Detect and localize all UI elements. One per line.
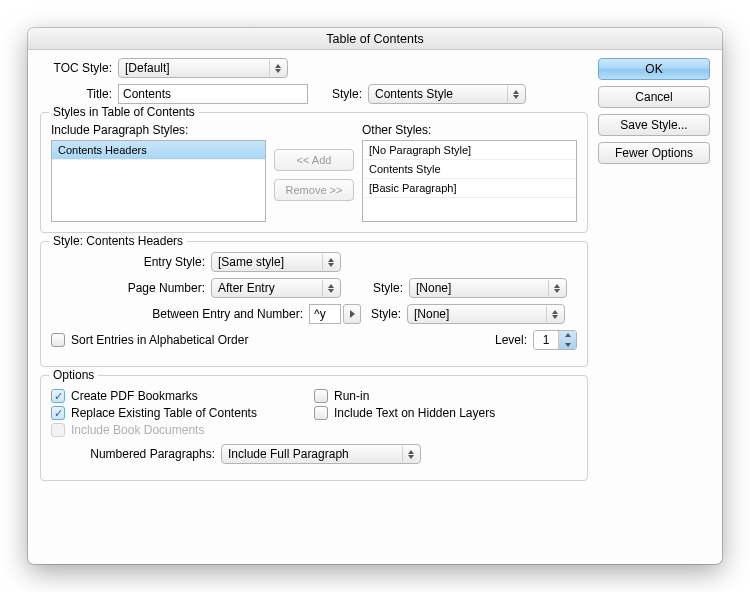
page-number-style-value: [None]: [416, 281, 451, 295]
title-style-value: Contents Style: [375, 87, 453, 101]
list-item[interactable]: [No Paragraph Style]: [363, 141, 576, 160]
include-styles-list[interactable]: Contents Headers: [51, 140, 266, 222]
updown-icon: [546, 306, 562, 322]
updown-icon: [548, 280, 564, 296]
level-input[interactable]: [534, 331, 558, 349]
remove-button[interactable]: Remove >>: [274, 179, 354, 201]
page-number-select[interactable]: After Entry: [211, 278, 341, 298]
special-chars-button[interactable]: [343, 304, 361, 324]
entry-style-label: Entry Style:: [51, 255, 211, 269]
sort-checkbox[interactable]: Sort Entries in Alphabetical Order: [51, 333, 248, 347]
run-in-label: Run-in: [334, 389, 369, 403]
fewer-options-button[interactable]: Fewer Options: [598, 142, 710, 164]
level-label: Level:: [483, 333, 533, 347]
include-hidden-checkbox[interactable]: Include Text on Hidden Layers: [314, 406, 577, 420]
include-styles-label: Include Paragraph Styles:: [51, 123, 266, 137]
ok-button[interactable]: OK: [598, 58, 710, 80]
toc-style-select[interactable]: [Default]: [118, 58, 288, 78]
page-number-label: Page Number:: [51, 281, 211, 295]
checkbox-icon: [51, 333, 65, 347]
entry-style-select[interactable]: [Same style]: [211, 252, 341, 272]
add-button[interactable]: << Add: [274, 149, 354, 171]
checkbox-icon: [314, 406, 328, 420]
styles-group: Styles in Table of Contents Include Para…: [40, 112, 588, 233]
cancel-button[interactable]: Cancel: [598, 86, 710, 108]
include-book-label: Include Book Documents: [71, 423, 204, 437]
numbered-select[interactable]: Include Full Paragraph: [221, 444, 421, 464]
triangle-right-icon: [350, 310, 355, 318]
level-stepper[interactable]: [533, 330, 577, 350]
replace-existing-checkbox[interactable]: ✓ Replace Existing Table of Contents: [51, 406, 314, 420]
page-number-style-select[interactable]: [None]: [409, 278, 567, 298]
updown-icon: [269, 60, 285, 76]
sort-label: Sort Entries in Alphabetical Order: [71, 333, 248, 347]
updown-icon: [402, 446, 418, 462]
other-styles-label: Other Styles:: [362, 123, 577, 137]
stepper-buttons[interactable]: [558, 331, 576, 349]
other-styles-list[interactable]: [No Paragraph Style] Contents Style [Bas…: [362, 140, 577, 222]
checkbox-icon: ✓: [51, 406, 65, 420]
list-item[interactable]: [Basic Paragraph]: [363, 179, 576, 198]
title-input[interactable]: [118, 84, 308, 104]
between-label: Between Entry and Number:: [51, 307, 309, 321]
styles-group-legend: Styles in Table of Contents: [49, 105, 199, 119]
numbered-label: Numbered Paragraphs:: [51, 447, 221, 461]
options-group: Options ✓ Create PDF Bookmarks ✓ Replace…: [40, 375, 588, 481]
include-book-checkbox: Include Book Documents: [51, 423, 314, 437]
checkbox-icon: [314, 389, 328, 403]
dialog-window: Table of Contents TOC Style: [Default] T…: [28, 28, 722, 564]
toc-style-value: [Default]: [125, 61, 170, 75]
window-title: Table of Contents: [28, 28, 722, 50]
between-input[interactable]: [309, 304, 341, 324]
include-hidden-label: Include Text on Hidden Layers: [334, 406, 495, 420]
between-style-select[interactable]: [None]: [407, 304, 565, 324]
title-style-label: Style:: [308, 87, 368, 101]
save-style-button[interactable]: Save Style...: [598, 114, 710, 136]
between-style-value: [None]: [414, 307, 449, 321]
chevron-down-icon: [565, 343, 571, 347]
between-style-label: Style:: [361, 307, 407, 321]
numbered-value: Include Full Paragraph: [228, 447, 349, 461]
entry-style-value: [Same style]: [218, 255, 284, 269]
run-in-checkbox[interactable]: Run-in: [314, 389, 577, 403]
checkbox-icon: [51, 423, 65, 437]
title-style-select[interactable]: Contents Style: [368, 84, 526, 104]
style-detail-group: Style: Contents Headers Entry Style: [Sa…: [40, 241, 588, 367]
create-pdf-label: Create PDF Bookmarks: [71, 389, 198, 403]
style-detail-legend: Style: Contents Headers: [49, 234, 187, 248]
toc-style-label: TOC Style:: [40, 61, 118, 75]
options-legend: Options: [49, 368, 98, 382]
title-label: Title:: [40, 87, 118, 101]
page-number-value: After Entry: [218, 281, 275, 295]
create-pdf-checkbox[interactable]: ✓ Create PDF Bookmarks: [51, 389, 314, 403]
updown-icon: [322, 280, 338, 296]
list-item[interactable]: Contents Style: [363, 160, 576, 179]
list-item[interactable]: Contents Headers: [52, 141, 265, 160]
page-number-style-label: Style:: [341, 281, 409, 295]
checkbox-icon: ✓: [51, 389, 65, 403]
updown-icon: [507, 86, 523, 102]
replace-existing-label: Replace Existing Table of Contents: [71, 406, 257, 420]
chevron-up-icon: [565, 333, 571, 337]
updown-icon: [322, 254, 338, 270]
